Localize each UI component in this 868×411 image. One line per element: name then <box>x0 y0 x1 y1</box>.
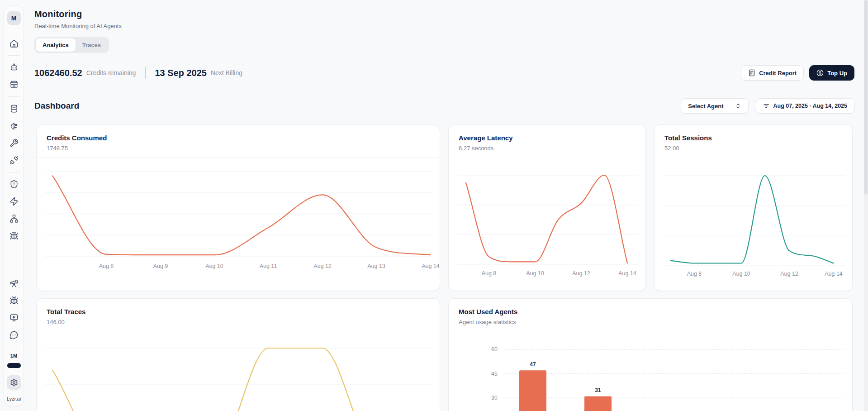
sidebar-item-safety[interactable] <box>8 179 20 189</box>
svg-text:Aug 8: Aug 8 <box>687 271 702 277</box>
sidebar-divider <box>8 172 20 172</box>
bug-report-icon <box>9 296 19 305</box>
home-icon <box>9 39 19 48</box>
sidebar-item-models[interactable] <box>8 121 20 131</box>
svg-text:Aug 12: Aug 12 <box>313 263 332 269</box>
svg-text:Aug 12: Aug 12 <box>572 270 590 277</box>
sidebar-item-actions[interactable] <box>8 196 20 206</box>
sidebar-item-marketplace[interactable] <box>8 80 20 90</box>
svg-text:Aug 10: Aug 10 <box>205 263 223 269</box>
card-title: Most Used Agents <box>459 308 842 315</box>
chevrons-up-down-icon <box>735 103 741 109</box>
sidebar-item-settings[interactable] <box>7 375 21 390</box>
average-latency-card: Average Latency 6.27 seconds Aug 8Aug 10… <box>448 124 646 291</box>
sidebar-item-report-bug[interactable] <box>8 296 20 306</box>
sidebar-item-agents[interactable] <box>8 62 20 72</box>
main-content: Monitoring Real-time Monitoring of AI Ag… <box>34 0 854 411</box>
card-title: Total Traces <box>47 308 430 315</box>
next-billing-date: 13 Sep 2025 <box>155 68 207 78</box>
circle-dollar-icon <box>816 69 824 76</box>
tab-traces[interactable]: Traces <box>76 38 108 52</box>
wrench-icon <box>9 139 19 148</box>
svg-text:60: 60 <box>491 346 498 353</box>
card-value: 1748.75 <box>47 145 430 152</box>
dashboard-header-row: Dashboard Select Agent Aug 07, 2025 - Au… <box>34 98 854 114</box>
card-header: Most Used Agents Agent usage statistics <box>449 299 852 331</box>
svg-text:Aug 12: Aug 12 <box>780 271 798 277</box>
sidebar-item-orchestration[interactable] <box>8 214 20 224</box>
svg-text:Aug 14: Aug 14 <box>422 263 440 269</box>
credits-consumed-card: Credits Consumed 1748.75 Aug 8Aug 9Aug 1… <box>36 124 440 291</box>
settings-gear-icon <box>10 378 18 387</box>
dashboard-title: Dashboard <box>34 101 79 111</box>
svg-text:Aug 8: Aug 8 <box>482 270 497 277</box>
sidebar-item-explore[interactable] <box>8 278 20 288</box>
workspace-avatar[interactable]: M <box>7 11 21 25</box>
date-range-label: Aug 07, 2025 - Aug 14, 2025 <box>773 103 847 109</box>
credits-remaining-value: 1062460.52 <box>34 68 82 78</box>
sidebar-divider <box>8 55 20 56</box>
svg-text:Aug 10: Aug 10 <box>732 271 750 277</box>
total-traces-chart: Aug 8Aug 9Aug 10Aug 11Aug 12Aug 13Aug 14 <box>37 331 440 411</box>
card-title: Average Latency <box>459 134 636 142</box>
svg-text:47: 47 <box>530 361 536 368</box>
card-header: Credits Consumed 1748.75 <box>37 125 440 158</box>
list-filter-icon <box>763 103 769 109</box>
store-icon <box>9 80 19 89</box>
top-up-label: Top Up <box>827 70 847 76</box>
svg-text:Aug 11: Aug 11 <box>260 263 277 269</box>
sidebar-item-data[interactable] <box>8 104 20 114</box>
monitor-play-icon <box>9 313 19 322</box>
svg-text:Aug 14: Aug 14 <box>618 270 636 277</box>
brain-circuit-icon <box>9 121 19 130</box>
select-agent-dropdown[interactable]: Select Agent <box>681 98 749 114</box>
card-value: 6.27 seconds <box>459 145 636 152</box>
sidebar-item-debug[interactable] <box>8 231 20 241</box>
svg-text:30: 30 <box>491 395 498 401</box>
sidebar-divider <box>8 347 20 347</box>
sidebar: M 1M <box>4 5 24 406</box>
date-range-filter[interactable]: Aug 07, 2025 - Aug 14, 2025 <box>756 98 854 114</box>
card-header: Total Sessions 52.00 <box>655 125 852 158</box>
page-scrollbar[interactable] <box>864 0 868 411</box>
card-value: 146.00 <box>47 319 430 325</box>
svg-text:Aug 14: Aug 14 <box>825 271 843 277</box>
average-latency-chart: Aug 8Aug 10Aug 12Aug 14 <box>449 158 646 291</box>
svg-text:Aug 9: Aug 9 <box>153 263 168 269</box>
cards-row-1: Credits Consumed 1748.75 Aug 8Aug 9Aug 1… <box>36 124 854 291</box>
credits-consumed-chart: Aug 8Aug 9Aug 10Aug 11Aug 12Aug 13Aug 14 <box>37 158 440 291</box>
plan-toggle[interactable] <box>7 363 21 368</box>
svg-text:31: 31 <box>595 387 601 393</box>
network-icon <box>9 214 19 223</box>
svg-text:Aug 8: Aug 8 <box>99 263 114 269</box>
page-title: Monitoring <box>34 9 854 19</box>
tab-analytics[interactable]: Analytics <box>36 38 76 52</box>
credit-report-button[interactable]: Credit Report <box>741 65 804 81</box>
svg-text:Aug 10: Aug 10 <box>526 270 544 277</box>
sidebar-item-home[interactable] <box>8 38 20 48</box>
bug-icon <box>9 231 19 240</box>
calculator-icon <box>748 69 755 76</box>
card-title: Total Sessions <box>664 134 842 142</box>
sidebar-item-feedback[interactable] <box>8 330 20 340</box>
sidebar-item-tutorials[interactable] <box>8 313 20 323</box>
page-subtitle: Real-time Monitoring of AI Agents <box>34 23 854 29</box>
card-title: Credits Consumed <box>47 134 430 142</box>
sidebar-item-integrations[interactable] <box>8 155 20 165</box>
vertical-divider <box>145 67 146 79</box>
top-up-button[interactable]: Top Up <box>809 65 854 81</box>
most-used-agents-card: Most Used Agents Agent usage statistics … <box>448 298 853 411</box>
sidebar-item-tools[interactable] <box>8 138 20 148</box>
next-billing-label: Next Billing <box>211 69 242 76</box>
bot-icon <box>9 63 19 72</box>
unplug-icon <box>9 156 19 165</box>
total-sessions-chart: Aug 8Aug 10Aug 12Aug 14 <box>655 158 853 291</box>
scrollbar-thumb[interactable] <box>864 0 868 195</box>
billing-summary-row: 1062460.52 Credits remaining 13 Sep 2025… <box>34 65 854 81</box>
plan-badge: 1M <box>10 353 17 358</box>
total-sessions-card: Total Sessions 52.00 Aug 8Aug 10Aug 12Au… <box>654 124 853 291</box>
credits-remaining-label: Credits remaining <box>86 69 136 76</box>
credit-report-label: Credit Report <box>759 70 797 76</box>
database-icon <box>9 104 19 113</box>
card-subtitle: Agent usage statistics <box>459 319 842 325</box>
